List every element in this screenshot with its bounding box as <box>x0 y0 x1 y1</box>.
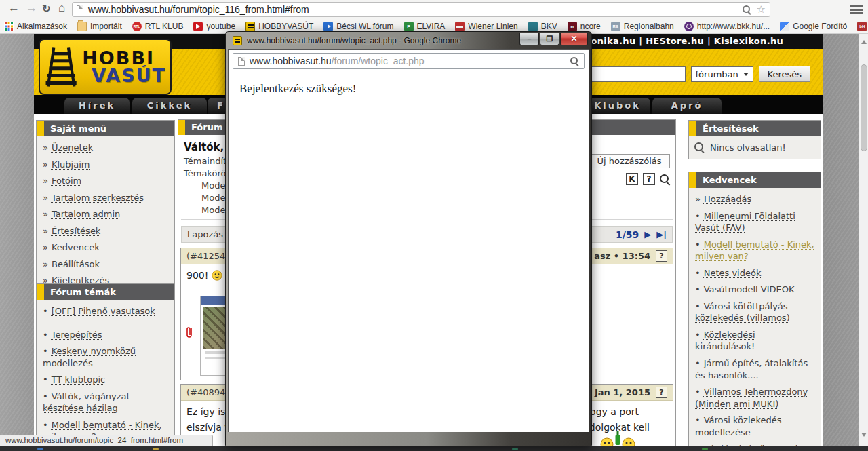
browser-scrollbar[interactable] <box>859 34 868 446</box>
favorites-box: Kedvencek »Hozzáadás •Milleneumi Földala… <box>688 172 821 446</box>
sidebar-item-kedvencek[interactable]: »Kedvencek <box>43 241 169 254</box>
favorite-item[interactable]: •Városi közlekedés modellezése <box>695 414 815 438</box>
hobbyvasut-icon <box>245 22 255 31</box>
reload-icon[interactable]: ↻ <box>42 3 51 15</box>
sidebar-item-beallitasok[interactable]: »Beállítások <box>43 258 169 271</box>
wiener-linien-icon <box>455 22 465 31</box>
chrome-menu-icon[interactable] <box>850 5 863 14</box>
bookmark-bkv[interactable]: BKV <box>528 22 557 31</box>
new-post-button[interactable]: Új hozzászólás <box>589 154 670 168</box>
paging-label: Lapozás <box>187 229 223 239</box>
post-id[interactable]: (#40894) <box>186 387 229 397</box>
post-help-button[interactable]: ? <box>656 387 667 398</box>
post-meta: Jan 1, 2015 <box>595 387 650 397</box>
bookmark-google-fordito[interactable]: Google Fordító <box>780 22 847 31</box>
favorite-item[interactable]: •Vasútmodell VIDEOK <box>695 283 815 296</box>
tab-apro[interactable]: Apró <box>652 98 722 114</box>
back-icon[interactable]: ← <box>8 1 20 15</box>
yellow-accent <box>37 284 44 300</box>
topic-item[interactable]: •TT klubtopic <box>43 374 169 386</box>
my-menu-header: Saját menü <box>37 121 174 136</box>
popup-address-bar[interactable]: www.hobbivasut.hu /forum/wtopic_act.php <box>233 53 585 69</box>
favorite-item[interactable]: •Netes videók <box>695 267 815 279</box>
bookmark-youtube[interactable]: youtube <box>193 22 235 31</box>
popup-titlebar[interactable]: www.hobbivasut.hu/forum/wtopic_act.php -… <box>228 32 589 49</box>
post-meta: asz • 13:54 <box>594 251 650 261</box>
sidebar-item-tartalom-admin[interactable]: »Tartalom admin <box>43 208 169 220</box>
url-text[interactable]: www.hobbivasut.hu/forum/topic_116_from.h… <box>88 4 743 15</box>
favorite-item[interactable]: •Milleneumi Földalatti Vasút (FAV) <box>695 210 815 234</box>
favorite-item[interactable]: •Villamos Tehermozdony (Minden ami MUKI) <box>695 386 815 410</box>
popup-page-content: Bejelentkezés szükséges! <box>229 73 589 432</box>
favorite-item[interactable]: •Közlekedési kirándulások! <box>695 329 815 353</box>
taskbar-icon <box>512 448 518 450</box>
taskbar-icon <box>153 448 159 450</box>
next-page-icon[interactable]: ▶ <box>644 229 651 239</box>
bookmark-regionalbahn[interactable]: RB Regionalbahn <box>611 22 674 31</box>
regionalbahn-icon: RB <box>611 22 620 31</box>
favorites-k-button[interactable]: K <box>626 173 638 185</box>
taskbar-icon <box>37 448 43 450</box>
topic-item[interactable]: •[OFF] Pihenő vasutasok <box>43 305 169 323</box>
bookmark-importalt[interactable]: Importált <box>77 22 122 31</box>
sidebar-item-ertesitesek[interactable]: »Értesítések <box>43 225 169 237</box>
close-button[interactable]: ✕ <box>560 33 588 45</box>
bookmark-alkalmazasok[interactable]: Alkalmazások <box>4 22 67 31</box>
bookmark-elvira[interactable]: E ELVIRA <box>404 22 446 31</box>
browser-toolbar: ← → ↻ ⌂ www.hobbivasut.hu/forum/topic_11… <box>0 0 868 19</box>
favorite-item[interactable]: •Jármű építés, átalakítás és hasonlók...… <box>695 357 815 381</box>
search-in-topic-icon[interactable] <box>660 174 670 184</box>
bookmark-hobbyvasut[interactable]: HOBBYVASÚT <box>245 22 313 31</box>
site-logo[interactable]: HOBBI VASÚT <box>39 39 172 95</box>
bookmark-star-icon[interactable]: ☆ <box>757 3 766 16</box>
bottle-icon <box>614 431 621 446</box>
search-scope-select[interactable]: fórumban <box>691 66 753 82</box>
yellow-accent <box>37 121 44 136</box>
topic-item[interactable]: •Váltók, vágányzat készítése házilag <box>43 391 169 414</box>
last-page-icon[interactable]: ▶| <box>656 229 667 239</box>
add-favorite-link[interactable]: »Hozzáadás <box>695 193 815 205</box>
post-help-button[interactable]: ? <box>656 250 667 262</box>
tab-hirek[interactable]: Hírek <box>64 98 130 114</box>
page-icon <box>238 57 245 66</box>
scrollbar-thumb[interactable] <box>861 64 867 151</box>
sidebar-item-klubjaim[interactable]: »Klubjaim <box>43 159 169 171</box>
party-smileys <box>600 431 635 446</box>
tab-cikkek[interactable]: Cikkek <box>132 98 207 114</box>
help-button[interactable]: ? <box>643 173 655 185</box>
page-indicator: 1/59 <box>616 229 639 240</box>
search-icon <box>694 142 705 153</box>
yellow-accent <box>689 172 696 188</box>
bookmark-becsi-wl-forum[interactable]: Bécsi WL fórum <box>323 22 393 31</box>
search-button[interactable]: Keresés <box>759 66 810 82</box>
zoom-icon[interactable] <box>743 5 751 14</box>
topic-item[interactable]: •Terepépítés <box>43 329 169 341</box>
bookmark-bkk[interactable]: http://www.bkk.hu/... <box>684 22 770 31</box>
bookmark-ncore[interactable]: n ncore <box>568 22 601 31</box>
home-icon[interactable]: ⌂ <box>58 1 65 15</box>
taskbar-icon <box>702 448 708 450</box>
login-required-message: Bejelentkezés szükséges! <box>239 82 356 95</box>
scroll-down-icon[interactable] <box>861 433 867 439</box>
notifications-box: Értesítések Nincs olvasatlan! <box>688 120 821 159</box>
minimize-button[interactable]: – <box>519 33 539 45</box>
sidebar-item-tartalom-szerkesztes[interactable]: »Tartalom szerkesztés <box>43 192 169 204</box>
favorite-item[interactable]: •Modell bemutató - Kinek, milyen van? <box>695 239 815 262</box>
bookmark-bithumen[interactable]: bH BitHUmen <box>857 22 868 31</box>
post-id[interactable]: (#41254) <box>186 251 229 261</box>
youtube-icon <box>193 22 203 31</box>
favorite-item[interactable]: •Városi kötöttpályás közlekedés (villamo… <box>695 300 815 324</box>
logo-text: HOBBI VASÚT <box>82 50 166 84</box>
taskbar-sliver[interactable] <box>0 446 868 451</box>
forward-icon[interactable]: → <box>26 1 37 15</box>
scroll-up-icon[interactable] <box>861 37 867 44</box>
address-bar[interactable]: www.hobbivasut.hu/forum/topic_116_from.h… <box>72 2 770 17</box>
sidebar-item-uzenetek[interactable]: »Üzenetek <box>43 142 169 154</box>
bookmark-wiener-linien[interactable]: Wiener Linien <box>455 22 517 31</box>
maximize-button[interactable]: ❐ <box>540 33 559 45</box>
zoom-icon[interactable] <box>570 57 579 66</box>
topic-item[interactable]: •Keskeny nyomközű modellezés <box>43 345 169 369</box>
sidebar-item-fotoim[interactable]: »Fotóim <box>43 175 169 187</box>
tab-klubok[interactable]: Klubok <box>585 98 650 114</box>
bookmark-rtl-klub[interactable]: RTL RTL KLUB <box>132 22 184 31</box>
